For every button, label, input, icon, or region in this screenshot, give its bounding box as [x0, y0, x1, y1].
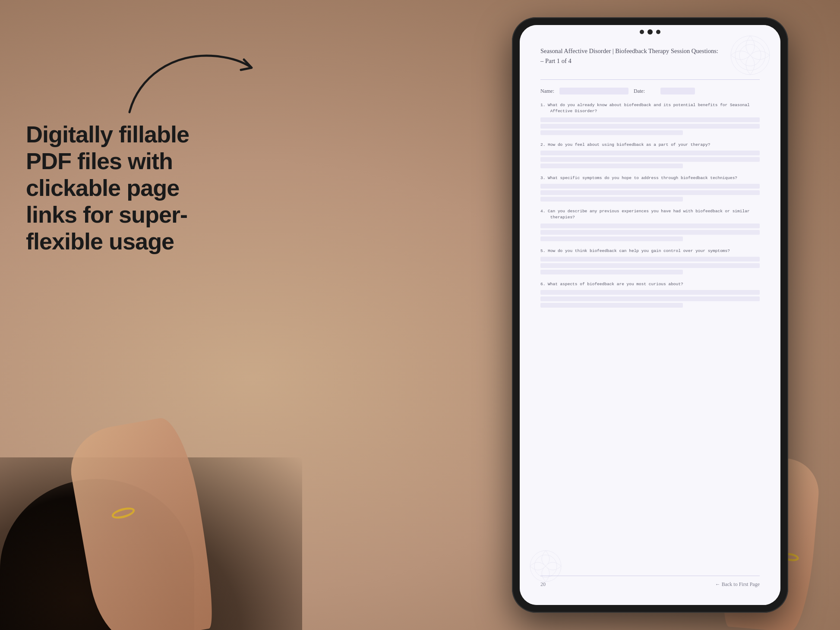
- question-3: 3. What specific symptoms do you hope to…: [540, 175, 760, 202]
- answer-line[interactable]: [540, 230, 760, 235]
- tablet-camera: [640, 29, 660, 35]
- question-6: 6. What aspects of biofeedback are you m…: [540, 281, 760, 308]
- answer-line[interactable]: [540, 197, 683, 202]
- answer-line[interactable]: [540, 124, 760, 129]
- camera-dot-left: [640, 30, 644, 34]
- question-1-text: 1. What do you already know about biofee…: [540, 102, 760, 115]
- questions-list: 1. What do you already know about biofee…: [540, 102, 760, 576]
- date-input-field[interactable]: [660, 88, 695, 94]
- answer-line[interactable]: [540, 164, 683, 168]
- answer-line[interactable]: [540, 130, 683, 135]
- question-1-answers: [540, 117, 760, 135]
- question-4-answers: [540, 224, 760, 241]
- question-2: 2. How do you feel about using biofeedba…: [540, 142, 760, 168]
- pdf-footer: 20 ← Back to First Page: [540, 576, 760, 588]
- promo-heading: Digitally fillable PDF files with clicka…: [26, 121, 233, 255]
- name-label: Name:: [540, 88, 554, 94]
- left-promo-text: Digitally fillable PDF files with clicka…: [26, 121, 233, 255]
- answer-line[interactable]: [540, 190, 760, 195]
- answer-line[interactable]: [540, 236, 683, 241]
- answer-line[interactable]: [540, 224, 760, 228]
- question-3-answers: [540, 184, 760, 202]
- question-5: 5. How do you think biofeedback can help…: [540, 248, 760, 274]
- question-2-answers: [540, 151, 760, 168]
- title-divider: [540, 79, 760, 80]
- watermark-top: [729, 34, 772, 77]
- answer-line[interactable]: [540, 290, 760, 295]
- question-2-text: 2. How do you feel about using biofeedba…: [540, 142, 760, 148]
- question-6-answers: [540, 290, 760, 308]
- answer-line[interactable]: [540, 296, 760, 301]
- answer-line[interactable]: [540, 257, 760, 261]
- question-5-text: 5. How do you think biofeedback can help…: [540, 248, 760, 254]
- pdf-title-line1: Seasonal Affective Disorder | Biofeedbac…: [540, 47, 718, 54]
- camera-dot-center: [647, 29, 653, 35]
- name-input-field[interactable]: [559, 88, 628, 94]
- pdf-title-line2: – Part 1 of 4: [540, 57, 760, 66]
- camera-dot-right: [656, 30, 660, 34]
- answer-line[interactable]: [540, 184, 760, 189]
- question-5-answers: [540, 257, 760, 274]
- arrow-decoration: [121, 43, 259, 121]
- question-4-text: 4. Can you describe any previous experie…: [540, 208, 760, 221]
- question-3-text: 3. What specific symptoms do you hope to…: [540, 175, 760, 181]
- tablet-screen: Seasonal Affective Disorder | Biofeedbac…: [520, 25, 780, 605]
- answer-line[interactable]: [540, 151, 760, 155]
- answer-line[interactable]: [540, 303, 683, 308]
- pdf-page: Seasonal Affective Disorder | Biofeedbac…: [520, 25, 780, 605]
- answer-line[interactable]: [540, 117, 760, 122]
- answer-line[interactable]: [540, 157, 760, 162]
- answer-line[interactable]: [540, 270, 683, 274]
- name-date-row: Name: Date:: [540, 88, 760, 94]
- watermark-bottom: [528, 549, 563, 583]
- back-to-first-page-link[interactable]: ← Back to First Page: [715, 581, 760, 588]
- question-6-text: 6. What aspects of biofeedback are you m…: [540, 281, 760, 287]
- answer-line[interactable]: [540, 263, 760, 268]
- pdf-title: Seasonal Affective Disorder | Biofeedbac…: [540, 47, 760, 66]
- question-4: 4. Can you describe any previous experie…: [540, 208, 760, 241]
- question-1: 1. What do you already know about biofee…: [540, 102, 760, 135]
- date-label: Date:: [634, 88, 645, 94]
- tablet-device: Seasonal Affective Disorder | Biofeedbac…: [512, 17, 788, 613]
- tablet-frame: Seasonal Affective Disorder | Biofeedbac…: [512, 17, 788, 613]
